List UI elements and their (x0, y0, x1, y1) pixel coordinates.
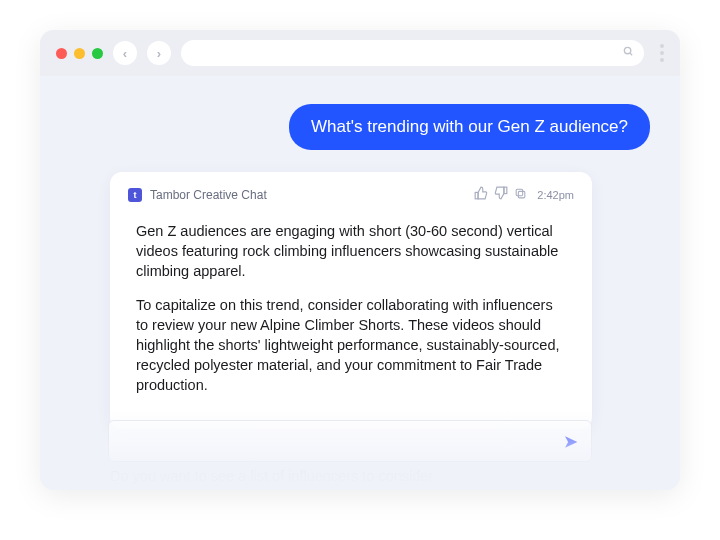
window-controls (56, 48, 103, 59)
response-actions: 2:42pm (474, 186, 574, 203)
svg-rect-2 (475, 192, 478, 198)
browser-window: ‹ › What's trending with our Gen Z audie… (40, 30, 680, 490)
thumbs-down-icon[interactable] (494, 186, 508, 203)
window-minimize-button[interactable] (74, 48, 85, 59)
thumbs-up-icon[interactable] (474, 186, 488, 203)
response-timestamp: 2:42pm (537, 189, 574, 201)
response-body: Gen Z audiences are engaging with short … (110, 217, 592, 395)
nav-forward-button[interactable]: › (147, 41, 171, 65)
chat-title: Tambor Creative Chat (150, 188, 466, 202)
window-maximize-button[interactable] (92, 48, 103, 59)
user-message-bubble: What's trending with our Gen Z audience? (289, 104, 650, 150)
response-paragraph: To capitalize on this trend, consider co… (136, 295, 566, 395)
send-icon[interactable]: ➤ (564, 432, 577, 451)
bot-response-card: t Tambor Creative Chat 2:42pm Gen Z a (110, 172, 592, 429)
svg-rect-3 (504, 187, 507, 193)
response-followup: Do you want to see a list of influencers… (110, 468, 590, 484)
browser-chrome: ‹ › (40, 30, 680, 76)
window-close-button[interactable] (56, 48, 67, 59)
brand-logo: t (128, 188, 142, 202)
svg-line-1 (630, 53, 632, 55)
svg-rect-4 (519, 191, 526, 198)
response-paragraph: Gen Z audiences are engaging with short … (136, 221, 566, 281)
svg-point-0 (624, 47, 630, 53)
search-icon (623, 46, 634, 60)
response-header: t Tambor Creative Chat 2:42pm (110, 186, 592, 217)
svg-rect-5 (516, 189, 523, 196)
copy-icon[interactable] (514, 187, 527, 203)
more-menu-button[interactable] (654, 44, 664, 62)
url-bar[interactable] (181, 40, 644, 66)
chat-area: What's trending with our Gen Z audience?… (40, 76, 680, 490)
nav-back-button[interactable]: ‹ (113, 41, 137, 65)
message-input[interactable] (123, 433, 564, 449)
message-composer[interactable]: ➤ (108, 420, 592, 462)
